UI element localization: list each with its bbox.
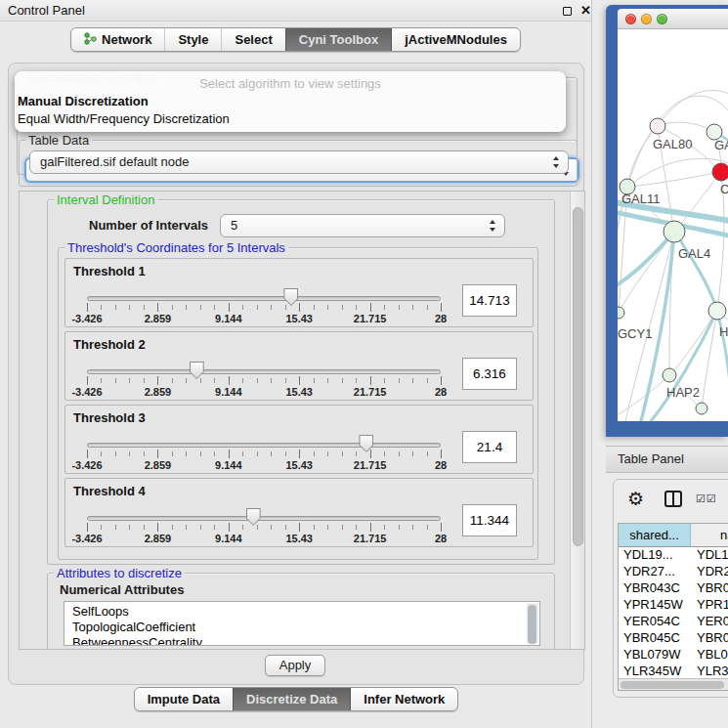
- tick-label: 9.144: [215, 459, 242, 471]
- combo-arrows-icon: [490, 220, 496, 232]
- tab-jactivemnodules[interactable]: jActiveMNodules: [391, 28, 520, 51]
- network-node[interactable]: [696, 403, 707, 414]
- combo-arrows-icon: [553, 156, 560, 168]
- slider-track[interactable]: [87, 369, 441, 374]
- cell-name: YBR0: [691, 580, 728, 597]
- interval-definition-group: Interval Definition Number of Intervals …: [47, 199, 555, 565]
- network-node-gal4[interactable]: [664, 221, 685, 242]
- attribute-list-item[interactable]: TopologicalCoefficient: [64, 620, 539, 635]
- network-window-titlebar[interactable]: [618, 9, 728, 29]
- apply-button[interactable]: Apply: [265, 655, 325, 676]
- show-columns-icon[interactable]: ☑☑: [696, 492, 717, 505]
- slider-track[interactable]: [87, 516, 441, 521]
- table-row[interactable]: YBL079WYBL0: [619, 647, 728, 664]
- settings-gear-icon[interactable]: ⚙: [627, 488, 644, 510]
- cell-name: YBR0: [691, 630, 728, 647]
- attribute-list-item[interactable]: SelfLoops: [64, 604, 539, 620]
- slider-handle[interactable]: [190, 362, 204, 379]
- threshold-value-field[interactable]: [462, 358, 517, 390]
- slider-handle[interactable]: [246, 508, 261, 526]
- network-graph[interactable]: GAL80GACGAL11GAL4GCY1HHAP2: [618, 29, 728, 421]
- tick-label: 21.715: [354, 313, 387, 324]
- table-row[interactable]: YDR27...YDR2: [619, 564, 728, 580]
- tab-impute-data[interactable]: Impute Data: [135, 688, 233, 710]
- node-label: GAL4: [678, 246, 710, 261]
- close-traffic-light[interactable]: [625, 14, 636, 24]
- threshold-value-field[interactable]: [462, 431, 517, 463]
- scrollbar-thumb[interactable]: [621, 681, 724, 689]
- tab-label: Infer Network: [364, 692, 445, 707]
- tab-select[interactable]: Select: [221, 28, 284, 51]
- number-of-intervals-combobox[interactable]: 5: [220, 214, 505, 237]
- network-node-hap2[interactable]: [663, 368, 676, 382]
- threshold-slider[interactable]: -3.4262.8599.14415.4321.71528: [87, 506, 441, 547]
- horizontal-scrollbar[interactable]: [619, 678, 728, 690]
- table-panel-body: ⚙ ☑☑ shared... na YDL19...YDL1YDR27...YD…: [613, 479, 728, 698]
- popup-item-equal-width-frequency[interactable]: Equal Width/Frequency Discretization: [18, 111, 230, 126]
- tab-infer-network[interactable]: Infer Network: [350, 688, 457, 710]
- slider-ticks: [87, 305, 441, 310]
- slider-ticks: [87, 378, 441, 383]
- scrollbar-thumb[interactable]: [528, 605, 536, 644]
- network-node-c[interactable]: [712, 163, 728, 181]
- attributes-group: Attributes to discretize Numerical Attri…: [47, 573, 555, 650]
- tab-cyni-toolbox[interactable]: Cyni Toolbox: [285, 28, 391, 51]
- settings-scroll-area: Interval Definition Number of Intervals …: [19, 191, 585, 650]
- table-row[interactable]: YBR043CYBR0: [619, 580, 728, 597]
- network-node-gal80[interactable]: [650, 118, 665, 134]
- vertical-scrollbar[interactable]: [570, 192, 584, 649]
- split-columns-icon[interactable]: [664, 491, 682, 507]
- network-view-window[interactable]: GAL80GACGAL11GAL4GCY1HHAP2: [606, 5, 728, 437]
- threshold-value-field[interactable]: [462, 284, 517, 317]
- tick-label: 15.43: [285, 386, 313, 398]
- attributes-listbox[interactable]: SelfLoopsTopologicalCoefficientBetweenne…: [64, 601, 540, 646]
- threshold-panel: Threshold 4 -3.4262.8599.14415.4321.7152…: [64, 478, 534, 547]
- threshold-slider[interactable]: -3.4262.8599.14415.4321.71528: [87, 433, 441, 474]
- network-node-h[interactable]: [708, 302, 726, 320]
- attribute-list-item[interactable]: BetweennessCentrality: [64, 635, 539, 646]
- network-node-gcy1[interactable]: [618, 307, 624, 319]
- threshold-slider[interactable]: -3.4262.8599.14415.4321.71528: [87, 360, 441, 401]
- table-data-label: Table Data: [25, 133, 92, 148]
- table-row[interactable]: YER054CYER0: [619, 614, 728, 630]
- column-header-shared-name[interactable]: shared...: [619, 524, 691, 546]
- tab-label: Discretize Data: [246, 692, 337, 707]
- tick-label: 28: [435, 313, 447, 324]
- network-canvas[interactable]: GAL80GACGAL11GAL4GCY1HHAP2: [618, 29, 728, 421]
- tick-label: 21.715: [354, 386, 387, 398]
- tab-discretize-data[interactable]: Discretize Data: [233, 688, 350, 710]
- table-data-combobox[interactable]: galFiltered.sif default node: [29, 150, 569, 174]
- zoom-traffic-light[interactable]: [657, 14, 667, 24]
- slider-handle[interactable]: [283, 288, 298, 306]
- cell-name: YDL1: [691, 547, 728, 564]
- table-row[interactable]: YDL19...YDL1: [619, 547, 728, 564]
- threshold-label: Threshold 3: [73, 410, 146, 425]
- table-row[interactable]: YPR145WYPR1: [619, 597, 728, 614]
- float-window-icon[interactable]: [563, 7, 572, 16]
- tab-label: Cyni Toolbox: [299, 32, 378, 47]
- number-of-intervals-value: 5: [231, 215, 237, 236]
- close-icon[interactable]: ✕: [580, 3, 591, 18]
- minimize-traffic-light[interactable]: [641, 14, 652, 24]
- tab-style[interactable]: Style: [164, 28, 221, 51]
- list-scrollbar[interactable]: [527, 603, 538, 644]
- algorithm-popup: Select algorithm to view settings Manual…: [15, 71, 566, 132]
- threshold-slider[interactable]: -3.4262.8599.14415.4321.71528: [87, 286, 441, 327]
- node-label: GA: [714, 138, 728, 152]
- tick-label: 2.859: [145, 313, 172, 324]
- tick-label: 2.859: [145, 533, 172, 544]
- slider-track[interactable]: [87, 443, 441, 448]
- threshold-value-field[interactable]: [462, 504, 517, 536]
- numerical-attributes-label: Numerical Attributes: [60, 582, 184, 597]
- slider-track[interactable]: [87, 296, 441, 301]
- column-header-name[interactable]: na: [691, 524, 728, 546]
- node-table: shared... na YDL19...YDL1YDR27...YDR2YBR…: [618, 523, 728, 691]
- table-row[interactable]: YBR045CYBR0: [619, 630, 728, 647]
- node-label: C: [720, 182, 728, 196]
- popup-item-manual-discretization[interactable]: Manual Discretization: [18, 94, 149, 108]
- node-label: GAL11: [621, 192, 661, 206]
- scrollbar-thumb[interactable]: [573, 207, 583, 546]
- slider-handle[interactable]: [359, 435, 373, 452]
- tab-network[interactable]: Network: [71, 28, 164, 51]
- network-icon: [84, 32, 97, 48]
